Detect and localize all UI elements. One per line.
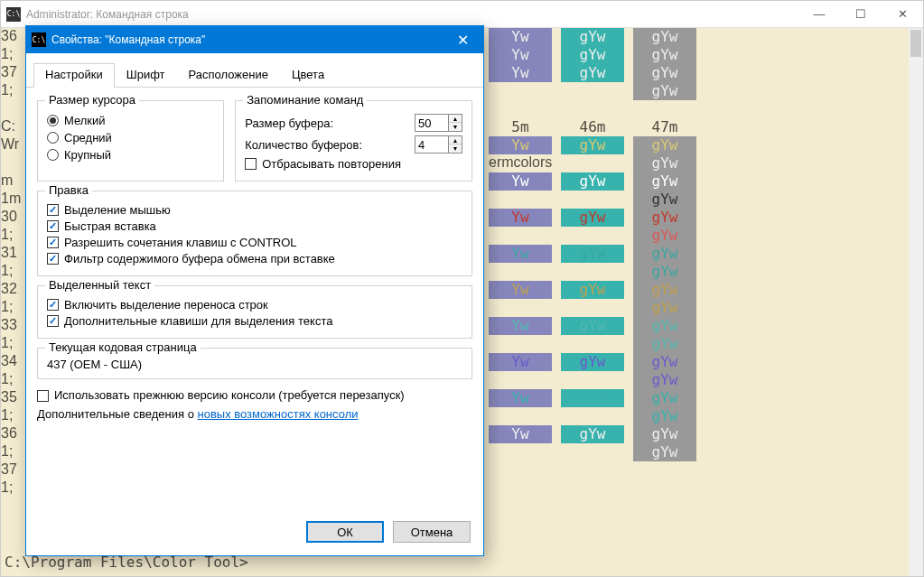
cursor-size-group: Размер курсора Мелкий Средний Крупный	[37, 100, 224, 181]
gutter-line	[1, 498, 23, 516]
gutter-line: 36	[1, 425, 23, 443]
selection-legend: Выделенный текст	[45, 278, 154, 292]
color-cell: gYw	[561, 28, 624, 46]
num-buffers-spinner[interactable]: ▲▼	[415, 135, 462, 154]
color-cell: gYw	[633, 353, 696, 371]
color-column: YwYwYw5mYwYwYwYwYwYwYwYwYw	[489, 28, 552, 461]
maximize-button[interactable]: ☐	[840, 1, 882, 28]
vertical-scrollbar[interactable]	[909, 28, 923, 576]
close-button[interactable]: ✕	[882, 1, 923, 28]
color-cell: gYw	[561, 209, 624, 227]
history-legend: Запоминание команд	[243, 93, 367, 107]
selection-option-checkbox[interactable]: Включить выделение переноса строк	[47, 298, 462, 312]
codepage-legend: Текущая кодовая страница	[45, 340, 201, 354]
gutter-line: 32	[1, 281, 23, 299]
color-cell	[633, 100, 696, 118]
radio-icon	[47, 115, 59, 126]
gutter-line: 33	[1, 317, 23, 335]
edit-options-group: Правка Выделение мышьюБыстрая вставкаРаз…	[37, 191, 472, 276]
spin-up-icon[interactable]: ▲	[449, 115, 462, 123]
dialog-title: Свойства: "Командная строка"	[51, 33, 205, 46]
color-cell: gYw	[633, 209, 696, 227]
cursor-small-radio[interactable]: Мелкий	[47, 114, 214, 127]
buffer-size-input[interactable]	[415, 115, 448, 131]
gutter-line: m	[1, 172, 23, 191]
gutter-line: Wr	[1, 136, 23, 154]
color-cell: gYw	[633, 263, 696, 281]
edit-option-checkbox[interactable]: Фильтр содержимого буфера обмена при вст…	[47, 252, 462, 265]
color-cell: gYw	[633, 64, 696, 82]
tab-layout[interactable]: Расположение	[177, 63, 280, 87]
buffer-size-label: Размер буфера:	[245, 116, 415, 130]
color-column: gYwgYwgYwgYw47mgYwgYwgYwgYwgYwgYwgYwgYwg…	[633, 28, 696, 461]
edit-option-checkbox[interactable]: Выделение мышью	[47, 203, 462, 217]
tab-colors[interactable]: Цвета	[280, 63, 336, 87]
color-cell	[489, 154, 552, 172]
color-cell	[561, 154, 624, 172]
cursor-large-radio[interactable]: Крупный	[47, 148, 214, 162]
edit-option-checkbox[interactable]: Разрешить сочетания клавиш с CONTROL	[47, 236, 462, 249]
color-cell: gYw	[561, 46, 624, 64]
spin-down-icon[interactable]: ▼	[449, 144, 462, 153]
gutter-line: 37	[1, 64, 23, 82]
color-cell	[561, 100, 624, 118]
color-cell: gYw	[633, 28, 696, 46]
gutter-line	[1, 100, 23, 118]
discard-duplicates-checkbox[interactable]: Отбрасывать повторения	[245, 157, 462, 171]
color-cell: gYw	[561, 172, 624, 191]
color-cell: Yw	[489, 64, 552, 82]
color-cell	[489, 407, 552, 425]
dialog-close-button[interactable]: ✕	[443, 26, 483, 53]
edit-option-checkbox[interactable]: Быстрая вставка	[47, 219, 462, 233]
num-buffers-input[interactable]	[415, 136, 448, 153]
color-cell: Yw	[489, 317, 552, 335]
color-cell: gYw	[561, 281, 624, 299]
color-cell: gYw	[561, 64, 624, 82]
color-cell	[489, 191, 552, 209]
color-cell	[489, 82, 552, 100]
selection-option-checkbox[interactable]: Дополнительные клавиши для выделения тек…	[47, 314, 462, 328]
minimize-button[interactable]: —	[798, 1, 840, 28]
gutter-line: 1;	[1, 299, 23, 317]
gutter-line: 1m	[1, 191, 23, 209]
color-cell: Yw	[489, 28, 552, 46]
spin-up-icon[interactable]: ▲	[449, 136, 462, 144]
gutter-line: 1;	[1, 443, 23, 461]
dialog-button-row: ОК Отмена	[26, 512, 483, 555]
scrollbar-thumb[interactable]	[910, 30, 921, 57]
color-cell	[489, 371, 552, 389]
checkbox-icon	[47, 204, 59, 216]
gutter-line: 30	[1, 209, 23, 227]
cursor-medium-radio[interactable]: Средний	[47, 131, 214, 144]
checkbox-icon	[47, 220, 59, 232]
color-cell: gYw	[633, 136, 696, 154]
color-cell: 5m	[489, 118, 552, 136]
color-cell: Yw	[489, 353, 552, 371]
ok-button[interactable]: ОК	[306, 521, 384, 543]
checkbox-icon	[245, 158, 257, 170]
tab-strip: Настройки Шрифт Расположение Цвета	[26, 53, 483, 88]
color-cell: gYw	[633, 335, 696, 353]
buffer-size-spinner[interactable]: ▲▼	[415, 114, 462, 132]
window-controls: — ☐ ✕	[798, 1, 923, 28]
color-column: gYwgYwgYw46mgYwgYwgYwgYwgYwgYwgYwgYwgYw	[561, 28, 624, 461]
new-features-link[interactable]: новых возможностях консоли	[197, 407, 358, 421]
color-cell: gYw	[561, 425, 624, 443]
tab-font[interactable]: Шрифт	[115, 63, 177, 87]
legacy-console-checkbox[interactable]: Использовать прежнюю версию консоли (тре…	[37, 388, 472, 402]
gutter-line: 35	[1, 389, 23, 407]
color-cell: gYw	[561, 353, 624, 371]
color-cell: gYw	[633, 299, 696, 317]
color-cell	[489, 299, 552, 317]
color-cell: gYw	[633, 443, 696, 461]
gutter-line	[1, 154, 23, 172]
color-cell: gYw	[633, 191, 696, 209]
color-cell	[561, 407, 624, 425]
tab-settings[interactable]: Настройки	[33, 63, 115, 88]
color-cell: gYw	[633, 245, 696, 263]
checkbox-icon	[47, 315, 59, 327]
properties-dialog: C:\ Свойства: "Командная строка" ✕ Настр…	[25, 25, 484, 556]
console-gutter: 361;371;C:Wrm1m301;311;321;331;341;351;3…	[1, 28, 23, 516]
spin-down-icon[interactable]: ▼	[449, 123, 462, 131]
cancel-button[interactable]: Отмена	[393, 521, 471, 543]
